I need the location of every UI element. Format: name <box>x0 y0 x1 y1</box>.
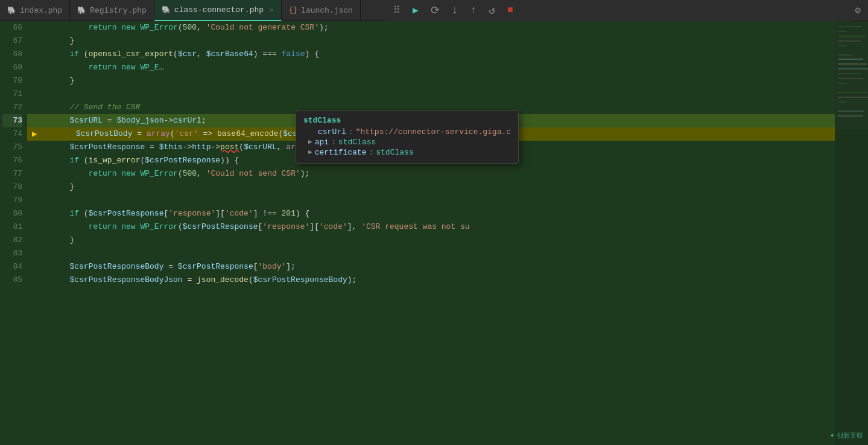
step-over-button[interactable]: ⟳ <box>428 2 442 18</box>
popup-api-val: stdClass <box>338 138 376 147</box>
hover-popup: stdClass csrUrl : "https://connector-ser… <box>296 110 519 164</box>
php-icon-2: 🐘 <box>77 6 86 15</box>
settings-icon[interactable]: ⚙ <box>852 3 863 18</box>
code-line-83 <box>27 247 835 260</box>
tab-index[interactable]: 🐘 index.php <box>0 0 70 21</box>
line-num-77: 77 <box>2 167 22 181</box>
line-numbers: 66 67 68 69 70 71 72 73 74 75 76 77 78 7… <box>0 21 27 445</box>
line-num-82: 82 <box>2 234 22 247</box>
code-line-71 <box>27 88 835 101</box>
svg-rect-18 <box>835 21 868 130</box>
editor-area: 66 67 68 69 70 71 72 73 74 75 76 77 78 7… <box>0 21 868 445</box>
line-num-85: 85 <box>2 274 22 287</box>
code-line-79 <box>27 194 835 207</box>
code-line-84: $csrPostResponseBody = $csrPostResponse[… <box>27 260 835 274</box>
line-num-66: 66 <box>2 21 22 34</box>
code-line-66: return new WP_Error(500, 'Could not gene… <box>27 21 835 34</box>
popup-csrurl-val: "https://connector-service.giga.c <box>356 127 511 136</box>
code-line-70: } <box>27 74 835 88</box>
popup-api-key: api <box>315 138 329 147</box>
restart-button[interactable]: ↺ <box>486 2 498 18</box>
line-num-72: 72 <box>2 101 22 114</box>
line-num-81: 81 <box>2 220 22 234</box>
code-line-80: if ($csrPostResponse['response']['code']… <box>27 207 835 220</box>
popup-cert-expand-icon[interactable]: ▶ <box>308 148 312 156</box>
code-line-68: if (openssl_csr_export($csr, $csrBase64)… <box>27 48 835 61</box>
line-num-73: 73 <box>2 114 22 127</box>
line-num-67: 67 <box>2 34 22 48</box>
popup-item-certificate[interactable]: ▶ certificate : stdClass <box>303 148 511 157</box>
popup-cert-key: certificate <box>315 148 367 157</box>
tab-launch[interactable]: {} launch.json <box>282 0 361 21</box>
step-out-button[interactable]: ↑ <box>467 3 479 18</box>
tab-index-label: index.php <box>20 6 62 15</box>
popup-item-api[interactable]: ▶ api : stdClass <box>303 138 511 147</box>
continue-button[interactable]: ▶ <box>410 3 421 18</box>
line-num-69: 69 <box>2 61 22 74</box>
tab-class-connector-label: class-connector.php <box>174 5 264 14</box>
debug-arrow-icon: ▶ <box>32 127 37 141</box>
json-icon: {} <box>289 6 297 14</box>
tab-close-icon[interactable]: ✕ <box>270 6 274 14</box>
code-line-69: return new WP_E… <box>27 61 835 74</box>
grid-button[interactable]: ⠿ <box>391 3 403 18</box>
tab-registry[interactable]: 🐘 Registry.php <box>70 0 154 21</box>
tab-launch-label: launch.json <box>301 6 353 15</box>
watermark: ✦ 创新互联 <box>829 431 863 440</box>
tab-class-connector[interactable]: 🐘 class-connector.php ✕ <box>154 0 282 21</box>
popup-cert-val: stdClass <box>376 148 413 157</box>
line-num-70: 70 <box>2 74 22 88</box>
line-num-75: 75 <box>2 141 22 154</box>
line-num-84: 84 <box>2 260 22 274</box>
code-line-82: } <box>27 234 835 247</box>
editor-container: 🐘 index.php 🐘 Registry.php 🐘 class-conne… <box>0 0 868 445</box>
code-line-81: return new WP_Error($csrPostResponse['re… <box>27 220 835 234</box>
php-icon-3: 🐘 <box>162 5 171 14</box>
line-num-80: 80 <box>2 207 22 220</box>
line-num-78: 78 <box>2 181 22 194</box>
tab-bar: 🐘 index.php 🐘 Registry.php 🐘 class-conne… <box>0 0 868 21</box>
line-num-68: 68 <box>2 48 22 61</box>
php-icon: 🐘 <box>7 6 16 15</box>
popup-item-csrurl: csrUrl : "https://connector-service.giga… <box>303 127 511 136</box>
popup-api-expand-icon[interactable]: ▶ <box>308 138 312 146</box>
step-into-button[interactable]: ↓ <box>449 3 461 18</box>
popup-title: stdClass <box>303 116 511 125</box>
code-line-67: } <box>27 34 835 48</box>
code-content[interactable]: return new WP_Error(500, 'Could not gene… <box>27 21 835 445</box>
tab-registry-label: Registry.php <box>90 6 147 15</box>
minimap[interactable] <box>835 21 868 445</box>
code-line-85: $csrPostResponseBodyJson = json_decode($… <box>27 274 835 287</box>
line-num-79: 79 <box>2 194 22 207</box>
code-line-77: return new WP_Error(500, 'Could not send… <box>27 167 835 181</box>
line-num-83: 83 <box>2 247 22 260</box>
popup-csrurl-key: csrUrl <box>318 127 346 136</box>
code-line-78: } <box>27 181 835 194</box>
line-num-74: 74 <box>2 127 22 141</box>
line-num-71: 71 <box>2 88 22 101</box>
line-num-76: 76 <box>2 154 22 167</box>
top-section: 🐘 index.php 🐘 Registry.php 🐘 class-conne… <box>0 0 868 21</box>
stop-button[interactable]: ■ <box>505 4 516 17</box>
toolbar: ⠿ ▶ ⟳ ↓ ↑ ↺ ■ <box>385 0 852 21</box>
